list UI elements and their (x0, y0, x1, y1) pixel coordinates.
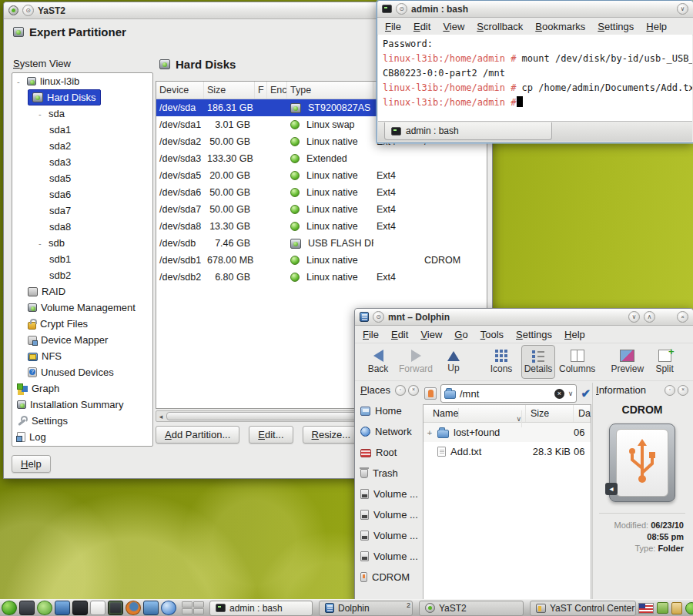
remote-desktop-icon[interactable] (143, 601, 159, 615)
tree-item-sda5[interactable]: sda5 (12, 170, 152, 186)
file-row-lost-found[interactable]: +lost+found06 (424, 423, 591, 442)
add-partition-button[interactable]: Add Partition... (156, 426, 239, 444)
tree-item-nfs[interactable]: NFS (12, 348, 152, 364)
location-dropdown-icon[interactable]: ∨ (568, 390, 574, 397)
screenshot-icon[interactable] (108, 601, 123, 615)
table-row-dev-sdb1[interactable]: /dev/sdb1678.00 MBLinux nativeCDROM (156, 252, 487, 269)
column-name[interactable]: Name∨ (424, 405, 526, 422)
tree-expander-icon[interactable]: - (38, 109, 45, 119)
scroll-left-icon[interactable]: ◂ (156, 413, 166, 420)
table-row-dev-sdb2[interactable]: /dev/sdb26.80 GBLinux nativeExt4 (156, 269, 487, 286)
forward-button[interactable]: Forward (398, 345, 434, 379)
pager-desktop-3[interactable] (182, 608, 192, 614)
table-row-dev-sda6[interactable]: /dev/sda650.00 GBLinux nativeExt4 (156, 184, 487, 201)
tree-item-sdb[interactable]: -sdb (12, 235, 152, 251)
tree-item-sda3[interactable]: sda3 (12, 154, 152, 170)
icons-button[interactable]: Icons (484, 345, 518, 379)
window-menu-icon[interactable]: ⊙ (396, 3, 407, 15)
tree-item-sdb1[interactable]: sdb1 (12, 251, 152, 267)
pager-desktop-1[interactable] (182, 601, 192, 608)
table-row-dev-sda7[interactable]: /dev/sda750.00 GBLinux nativeExt4 (156, 201, 487, 218)
dolphin-titlebar[interactable]: ⊙ mnt – Dolphin ∨ ∧ × (355, 309, 693, 326)
file-row-add-txt[interactable]: Add.txt28.3 KiB06 (424, 442, 591, 461)
menu-file[interactable]: File (363, 329, 379, 340)
details-button[interactable]: Details (521, 345, 555, 379)
table-row-dev-sda8[interactable]: /dev/sda813.30 GBLinux nativeExt4 (156, 218, 487, 235)
klipper-icon[interactable] (671, 602, 682, 614)
tree-item-sda7[interactable]: sda7 (12, 203, 152, 219)
menu-edit[interactable]: Edit (413, 21, 430, 32)
tree-item-sda6[interactable]: sda6 (12, 186, 152, 203)
column-header[interactable]: Enc (267, 82, 287, 99)
split-button[interactable]: Split (648, 345, 681, 379)
tree-item-linux-l3ib[interactable]: -linux-l3ib (12, 73, 152, 89)
volume-icon[interactable] (657, 602, 668, 614)
place-item-volume-5[interactable]: Volume ... (359, 504, 420, 525)
tree-item-sda2[interactable]: sda2 (12, 138, 152, 154)
tree-item-device-mapper[interactable]: Device Mapper (12, 332, 152, 348)
menu-settings[interactable]: Settings (516, 329, 552, 340)
go-check-icon[interactable]: ✔ (581, 387, 591, 400)
tree-item-graph[interactable]: Graph (12, 380, 152, 397)
table-row-dev-sda3[interactable]: /dev/sda3133.30 GBExtended (156, 150, 487, 167)
help-button[interactable]: Help (12, 455, 51, 473)
menu-help[interactable]: Help (564, 329, 585, 340)
menu-view[interactable]: View (443, 21, 464, 32)
preview-button[interactable]: Preview (610, 345, 644, 379)
tree-item-log[interactable]: Log (12, 429, 152, 445)
file-view-header[interactable]: Name∨ Size Da (424, 405, 591, 423)
expander-icon[interactable]: + (427, 428, 433, 437)
column-header[interactable]: Size (204, 82, 255, 99)
tree-item-settings[interactable]: Settings (12, 413, 152, 429)
close-panel-icon[interactable]: × (678, 385, 688, 396)
computer-icon[interactable] (19, 601, 35, 615)
tree-item-hard-disks[interactable]: Hard Disks (12, 89, 152, 105)
shade-button[interactable]: ∨ (677, 3, 688, 15)
desktop-monitor-icon[interactable] (55, 601, 70, 615)
location-combo[interactable]: /mnt × ∨ (440, 384, 577, 403)
task-yast2[interactable]: YaST2 (419, 601, 524, 616)
location-path[interactable]: /mnt (460, 388, 551, 400)
tree-item-sda1[interactable]: sda1 (12, 122, 152, 138)
start-menu-icon[interactable] (2, 601, 17, 615)
place-item-network-1[interactable]: Network (359, 421, 420, 442)
tree-item-volume-management[interactable]: Volume Management (12, 300, 152, 316)
menu-scrollback[interactable]: Scrollback (477, 21, 523, 32)
column-size[interactable]: Size (526, 405, 574, 422)
tree-item-unused-devices[interactable]: Unused Devices (12, 364, 152, 380)
place-item-trash-3[interactable]: Trash (359, 463, 420, 484)
place-item-home-0[interactable]: Home (359, 400, 420, 421)
task-admin-bash[interactable]: admin : bash (209, 601, 313, 616)
task-dolphin[interactable]: Dolphin2 (319, 601, 413, 616)
network-globe-icon[interactable] (161, 601, 176, 615)
detach-panel-icon[interactable]: ◦ (665, 385, 675, 396)
tree-item-crypt-files[interactable]: Crypt Files (12, 316, 152, 332)
edit-button[interactable]: Edit... (249, 426, 293, 444)
terminal-tab[interactable]: admin : bash (384, 122, 552, 140)
place-item-volume-6[interactable]: Volume ... (359, 525, 420, 546)
place-item-volume-7[interactable]: Volume ... (359, 546, 420, 567)
suse-gecko-icon[interactable] (37, 601, 52, 615)
task-yast-control-center[interactable]: YaST Control Center (530, 601, 636, 616)
up-button[interactable]: Up (437, 345, 470, 379)
menu-settings[interactable]: Settings (598, 21, 634, 32)
columns-button[interactable]: Columns (558, 345, 596, 379)
pager-desktop-2[interactable] (193, 601, 204, 608)
menu-view[interactable]: View (420, 329, 442, 340)
close-panel-icon[interactable]: × (408, 385, 419, 396)
clear-location-icon[interactable]: × (554, 389, 564, 399)
keyboard-layout-flag-icon[interactable] (638, 603, 654, 614)
menu-file[interactable]: File (385, 21, 401, 32)
column-header[interactable]: Device (156, 82, 204, 99)
back-button[interactable]: Back (361, 345, 395, 379)
pager-desktop-4[interactable] (193, 608, 204, 614)
menu-bookmarks[interactable]: Bookmarks (535, 21, 585, 32)
place-item-volume-4[interactable]: Volume ... (359, 484, 420, 504)
table-row-dev-sda5[interactable]: /dev/sda520.00 GBLinux nativeExt4 (156, 167, 487, 184)
desktop-pager[interactable] (182, 601, 204, 614)
column-date[interactable]: Da (574, 405, 591, 422)
table-row-dev-sdb[interactable]: /dev/sdb7.46 GBUSB FLASH DRIVE (156, 235, 487, 252)
menu-go[interactable]: Go (454, 329, 467, 340)
maximize-button[interactable]: ∧ (644, 311, 655, 323)
menu-edit[interactable]: Edit (391, 329, 408, 340)
